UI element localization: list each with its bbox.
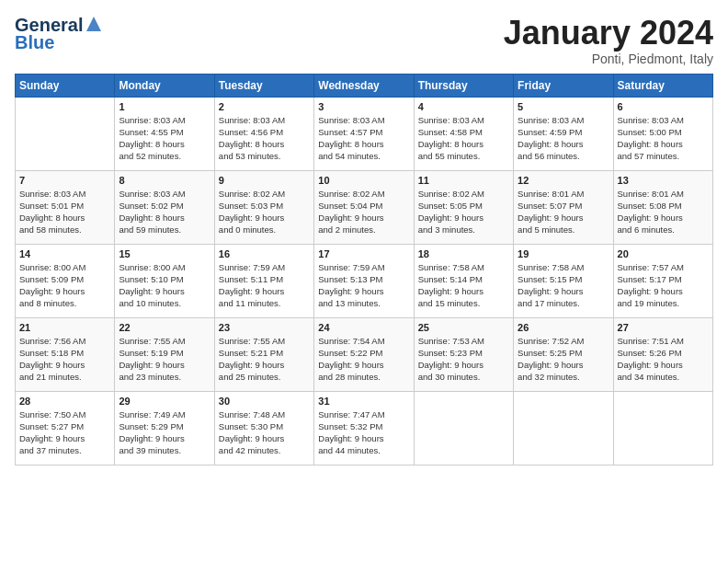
day-cell: 21Sunrise: 7:56 AMSunset: 5:18 PMDayligh… (16, 317, 115, 391)
day-cell: 26Sunrise: 7:52 AMSunset: 5:25 PMDayligh… (514, 317, 613, 391)
day-info: Sunrise: 8:00 AMSunset: 5:10 PMDaylight:… (119, 261, 210, 310)
day-info: Sunrise: 8:03 AMSunset: 5:01 PMDaylight:… (19, 188, 110, 236)
day-cell: 9Sunrise: 8:02 AMSunset: 5:03 PMDaylight… (214, 170, 313, 244)
day-info: Sunrise: 8:03 AMSunset: 4:56 PMDaylight:… (219, 114, 310, 163)
day-info: Sunrise: 8:02 AMSunset: 5:04 PMDaylight:… (318, 188, 409, 236)
day-info: Sunrise: 7:59 AMSunset: 5:11 PMDaylight:… (219, 261, 310, 310)
day-number: 17 (318, 248, 409, 259)
day-number: 22 (119, 322, 210, 333)
week-row-3: 14Sunrise: 8:00 AMSunset: 5:09 PMDayligh… (16, 244, 713, 317)
day-cell (613, 391, 712, 465)
week-row-5: 28Sunrise: 7:50 AMSunset: 5:27 PMDayligh… (16, 391, 713, 465)
day-number: 23 (219, 322, 310, 333)
day-info: Sunrise: 8:01 AMSunset: 5:08 PMDaylight:… (618, 188, 709, 236)
day-number: 8 (119, 175, 210, 186)
day-info: Sunrise: 8:03 AMSunset: 4:59 PMDaylight:… (518, 114, 609, 163)
day-number: 5 (518, 101, 609, 112)
day-number: 21 (19, 322, 110, 333)
day-info: Sunrise: 7:53 AMSunset: 5:23 PMDaylight:… (418, 335, 509, 384)
day-cell: 10Sunrise: 8:02 AMSunset: 5:04 PMDayligh… (314, 170, 414, 244)
header-cell-sunday: Sunday (16, 74, 115, 97)
day-cell: 11Sunrise: 8:02 AMSunset: 5:05 PMDayligh… (414, 170, 513, 244)
day-info: Sunrise: 7:58 AMSunset: 5:15 PMDaylight:… (518, 261, 609, 310)
day-number: 6 (618, 101, 709, 112)
title-area: January 2024 Ponti, Piedmont, Italy (504, 15, 713, 66)
day-info: Sunrise: 8:02 AMSunset: 5:03 PMDaylight:… (219, 188, 310, 236)
day-info: Sunrise: 8:03 AMSunset: 4:57 PMDaylight:… (318, 114, 409, 163)
day-number: 12 (518, 175, 609, 186)
header: General Blue January 2024 Ponti, Piedmon… (15, 15, 713, 66)
day-info: Sunrise: 7:56 AMSunset: 5:18 PMDaylight:… (19, 335, 110, 384)
day-info: Sunrise: 7:55 AMSunset: 5:19 PMDaylight:… (119, 335, 210, 384)
day-number: 9 (219, 175, 310, 186)
day-number: 13 (618, 175, 709, 186)
svg-marker-0 (86, 17, 101, 31)
day-cell: 14Sunrise: 8:00 AMSunset: 5:09 PMDayligh… (16, 244, 115, 317)
day-info: Sunrise: 7:49 AMSunset: 5:29 PMDaylight:… (119, 408, 210, 457)
day-info: Sunrise: 7:55 AMSunset: 5:21 PMDaylight:… (219, 335, 310, 384)
day-cell: 31Sunrise: 7:47 AMSunset: 5:32 PMDayligh… (314, 391, 414, 465)
day-cell (16, 97, 115, 170)
day-number: 15 (119, 248, 210, 259)
day-number: 11 (418, 175, 509, 186)
day-cell: 30Sunrise: 7:48 AMSunset: 5:30 PMDayligh… (214, 391, 313, 465)
day-info: Sunrise: 8:03 AMSunset: 4:55 PMDaylight:… (119, 114, 210, 163)
day-info: Sunrise: 7:54 AMSunset: 5:22 PMDaylight:… (318, 335, 409, 384)
day-cell: 24Sunrise: 7:54 AMSunset: 5:22 PMDayligh… (314, 317, 414, 391)
header-row: SundayMondayTuesdayWednesdayThursdayFrid… (16, 74, 713, 97)
day-number: 29 (119, 396, 210, 407)
header-cell-tuesday: Tuesday (214, 74, 313, 97)
day-info: Sunrise: 7:47 AMSunset: 5:32 PMDaylight:… (318, 408, 409, 457)
day-cell: 23Sunrise: 7:55 AMSunset: 5:21 PMDayligh… (214, 317, 313, 391)
day-number: 25 (418, 322, 509, 333)
day-number: 1 (119, 101, 210, 112)
header-cell-friday: Friday (514, 74, 613, 97)
logo: General Blue (15, 15, 103, 53)
week-row-1: 1Sunrise: 8:03 AMSunset: 4:55 PMDaylight… (16, 97, 713, 170)
day-info: Sunrise: 7:51 AMSunset: 5:26 PMDaylight:… (618, 335, 709, 384)
day-cell: 7Sunrise: 8:03 AMSunset: 5:01 PMDaylight… (16, 170, 115, 244)
day-number: 4 (418, 101, 509, 112)
day-cell: 20Sunrise: 7:57 AMSunset: 5:17 PMDayligh… (613, 244, 712, 317)
day-cell: 27Sunrise: 7:51 AMSunset: 5:26 PMDayligh… (613, 317, 712, 391)
day-number: 27 (618, 322, 709, 333)
day-cell: 5Sunrise: 8:03 AMSunset: 4:59 PMDaylight… (514, 97, 613, 170)
day-info: Sunrise: 7:50 AMSunset: 5:27 PMDaylight:… (19, 408, 110, 457)
day-info: Sunrise: 8:01 AMSunset: 5:07 PMDaylight:… (518, 188, 609, 236)
month-title: January 2024 (504, 15, 713, 52)
day-number: 26 (518, 322, 609, 333)
day-info: Sunrise: 8:03 AMSunset: 4:58 PMDaylight:… (418, 114, 509, 163)
day-cell: 16Sunrise: 7:59 AMSunset: 5:11 PMDayligh… (214, 244, 313, 317)
week-row-4: 21Sunrise: 7:56 AMSunset: 5:18 PMDayligh… (16, 317, 713, 391)
day-cell: 28Sunrise: 7:50 AMSunset: 5:27 PMDayligh… (16, 391, 115, 465)
header-cell-monday: Monday (115, 74, 214, 97)
day-cell: 19Sunrise: 7:58 AMSunset: 5:15 PMDayligh… (514, 244, 613, 317)
day-cell: 29Sunrise: 7:49 AMSunset: 5:29 PMDayligh… (115, 391, 214, 465)
day-cell (514, 391, 613, 465)
day-number: 2 (219, 101, 310, 112)
day-number: 30 (219, 396, 310, 407)
day-info: Sunrise: 8:00 AMSunset: 5:09 PMDaylight:… (19, 261, 110, 310)
day-cell: 6Sunrise: 8:03 AMSunset: 5:00 PMDaylight… (613, 97, 712, 170)
header-cell-wednesday: Wednesday (314, 74, 414, 97)
day-number: 24 (318, 322, 409, 333)
day-cell: 25Sunrise: 7:53 AMSunset: 5:23 PMDayligh… (414, 317, 513, 391)
day-cell: 4Sunrise: 8:03 AMSunset: 4:58 PMDaylight… (414, 97, 513, 170)
day-number: 16 (219, 248, 310, 259)
day-info: Sunrise: 8:03 AMSunset: 5:02 PMDaylight:… (119, 188, 210, 236)
location-subtitle: Ponti, Piedmont, Italy (504, 52, 713, 66)
day-number: 19 (518, 248, 609, 259)
day-number: 31 (318, 396, 409, 407)
day-info: Sunrise: 7:57 AMSunset: 5:17 PMDaylight:… (618, 261, 709, 310)
day-cell: 18Sunrise: 7:58 AMSunset: 5:14 PMDayligh… (414, 244, 513, 317)
header-cell-saturday: Saturday (613, 74, 712, 97)
day-number: 3 (318, 101, 409, 112)
day-number: 14 (19, 248, 110, 259)
day-info: Sunrise: 8:02 AMSunset: 5:05 PMDaylight:… (418, 188, 509, 236)
day-cell: 13Sunrise: 8:01 AMSunset: 5:08 PMDayligh… (613, 170, 712, 244)
day-info: Sunrise: 7:59 AMSunset: 5:13 PMDaylight:… (318, 261, 409, 310)
day-info: Sunrise: 7:52 AMSunset: 5:25 PMDaylight:… (518, 335, 609, 384)
day-cell: 15Sunrise: 8:00 AMSunset: 5:10 PMDayligh… (115, 244, 214, 317)
day-cell: 22Sunrise: 7:55 AMSunset: 5:19 PMDayligh… (115, 317, 214, 391)
day-info: Sunrise: 7:48 AMSunset: 5:30 PMDaylight:… (219, 408, 310, 457)
